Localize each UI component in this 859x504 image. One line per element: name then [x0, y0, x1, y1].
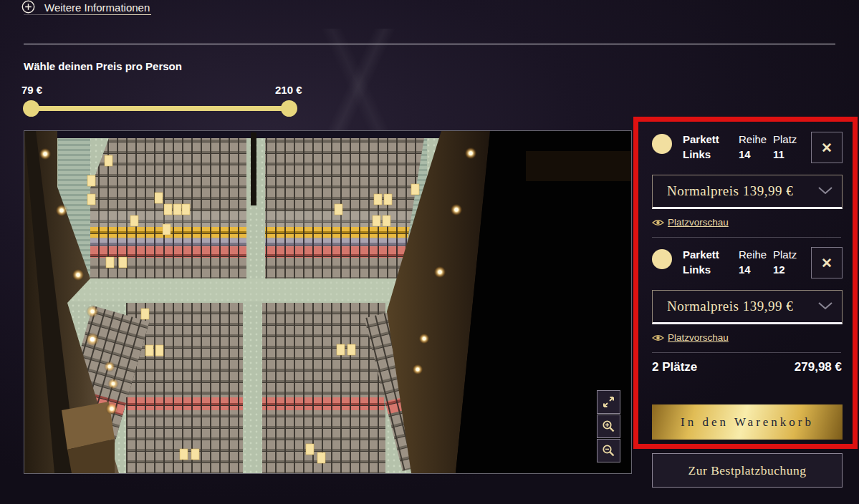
cart-summary: 2 Plätze 279,98 € [652, 360, 842, 374]
price-min-label: 79 € [21, 84, 42, 96]
more-info-label: Weitere Informationen [44, 1, 150, 14]
seat-number-label: Platz [773, 247, 803, 262]
zoom-out-button[interactable] [597, 439, 620, 462]
seat-map[interactable] [24, 130, 632, 474]
seatmap-render [24, 131, 631, 473]
eye-icon [652, 334, 664, 342]
map-zoom-controls [597, 390, 620, 462]
cart-seat-item-2: Parkett Links Reihe 14 Platz 12 ✕ [652, 247, 843, 280]
zoom-in-button[interactable] [597, 415, 620, 438]
price-max-label: 210 € [275, 84, 302, 96]
seat-preview-link-2[interactable]: Platzvorschau [652, 332, 729, 343]
best-seat-booking-button[interactable]: Zur Bestplatzbuchung [652, 453, 843, 488]
preview-label: Platzvorschau [668, 332, 729, 343]
seat-row-value: 14 [739, 262, 773, 277]
seat-section-bottom: Links [683, 147, 739, 162]
total-price: 279,98 € [795, 360, 842, 374]
seat-count: 2 Plätze [652, 360, 697, 374]
fullscreen-icon [602, 395, 615, 409]
eye-icon [652, 218, 664, 227]
price-option-value: Normalpreis 139,99 € [667, 299, 793, 314]
seat-number-value: 11 [773, 147, 803, 162]
price-option-value: Normalpreis 139,99 € [667, 183, 793, 199]
zoom-in-icon [602, 420, 615, 433]
seat-row-label: Reihe [739, 247, 773, 262]
seat-status-dot [652, 134, 672, 154]
more-info-toggle[interactable]: Weitere Informationen [21, 0, 150, 14]
price-option-dropdown-1[interactable]: Normalpreis 139,99 € [652, 175, 843, 209]
seat-section-top: Parkett [683, 132, 739, 147]
price-option-dropdown-2[interactable]: Normalpreis 139,99 € [652, 290, 843, 324]
price-slider-handle-max[interactable] [281, 100, 297, 117]
seat-row-value: 14 [739, 147, 773, 162]
preview-label: Platzvorschau [668, 217, 729, 228]
annotation-highlight [633, 117, 858, 449]
seat-number-label: Platz [773, 132, 803, 147]
panel-divider [652, 237, 841, 238]
price-slider-handle-min[interactable] [23, 100, 39, 117]
seat-number-value: 12 [773, 262, 803, 277]
cart-seat-item-1: Parkett Links Reihe 14 Platz 11 ✕ [652, 132, 843, 165]
price-filter-title: Wähle deinen Preis pro Person [24, 60, 182, 72]
plus-icon [21, 0, 35, 14]
remove-seat-button[interactable]: ✕ [811, 247, 843, 278]
seat-status-dot [652, 249, 672, 269]
chevron-down-icon [817, 185, 833, 198]
zoom-out-icon [602, 444, 615, 457]
seat-section-bottom: Links [683, 262, 739, 277]
panel-divider [652, 352, 841, 353]
chevron-down-icon [817, 300, 833, 313]
fullscreen-button[interactable] [597, 390, 620, 414]
more-info-underline [24, 14, 151, 15]
add-to-cart-button[interactable]: In den Warenkorb [652, 404, 843, 440]
seat-preview-link-1[interactable]: Platzvorschau [652, 217, 729, 228]
seat-row-label: Reihe [739, 132, 773, 147]
section-divider [24, 44, 835, 44]
remove-seat-button[interactable]: ✕ [811, 132, 843, 163]
price-slider-track[interactable] [31, 106, 289, 111]
seat-section-top: Parkett [683, 247, 739, 262]
